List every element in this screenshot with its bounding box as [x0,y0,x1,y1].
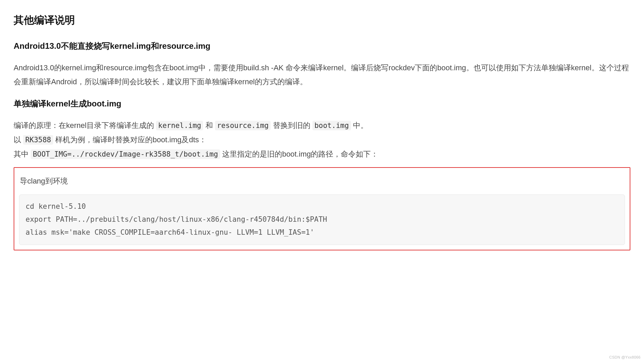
box-title: 导clang到环境 [20,174,625,188]
paragraph-android13-note: Android13.0的kernel.img和resource.img包含在bo… [14,61,630,89]
text-fragment: 以 [14,135,23,144]
code-block-clang-env: cd kernel-5.10 export PATH=../prebuilts/… [19,194,625,245]
text-fragment: 中。 [351,121,368,130]
highlighted-box: 导clang到环境 cd kernel-5.10 export PATH=../… [14,167,630,250]
text-fragment: 替换到旧的 [271,121,312,130]
code-boot-img-path: BOOT_IMG=../rockdev/Image-rk3588_t/boot.… [31,149,220,159]
code-resource-img: resource.img [215,121,271,130]
heading-kernel-boot: 单独编译kernel生成boot.img [14,96,630,112]
paragraph-compile-principle: 编译的原理：在kernel目录下将编译生成的 kernel.img 和 reso… [14,118,630,161]
heading-other-compile: 其他编译说明 [14,10,630,30]
text-fragment: 编译的原理：在kernel目录下将编译生成的 [14,121,156,130]
code-rk3588: RK3588 [23,135,53,145]
heading-android13-note: Android13.0不能直接烧写kernel.img和resource.img [14,38,630,54]
text-fragment: 样机为例，编译时替换对应的boot.img及dts： [53,135,206,144]
code-kernel-img: kernel.img [156,121,203,130]
text-fragment: 和 [203,121,215,130]
text-fragment: 这里指定的是旧的boot.img的路径，命令如下： [220,150,379,158]
text-fragment: 其中 [14,150,31,158]
code-boot-img: boot.img [312,121,351,130]
